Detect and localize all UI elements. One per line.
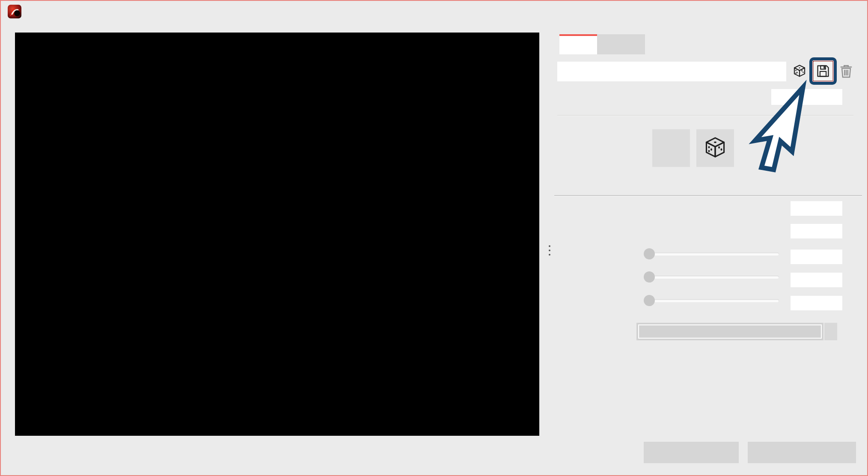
splitter-handle[interactable]: [547, 241, 552, 260]
rotations-x-ticks: [648, 282, 775, 288]
rotations-x-field[interactable]: [791, 273, 842, 287]
dice-icon: [792, 62, 807, 80]
randomize-settings-button[interactable]: [696, 129, 734, 167]
rotations-x-slider[interactable]: [644, 276, 779, 279]
separator: [557, 115, 853, 116]
cancel-button[interactable]: [748, 442, 856, 463]
background-color-picker[interactable]: [636, 323, 823, 340]
shading-slider-handle[interactable]: [644, 248, 655, 259]
background-color-dropdown[interactable]: [824, 323, 837, 340]
rotations-y-slider[interactable]: [644, 299, 779, 302]
ok-button[interactable]: [644, 442, 739, 463]
shading-field[interactable]: [791, 250, 842, 264]
save-transition-button[interactable]: [813, 61, 833, 81]
tab-fade-out[interactable]: [597, 34, 645, 54]
shading-slider[interactable]: [644, 253, 779, 256]
save-icon: [816, 64, 830, 78]
random-transition-button[interactable]: [652, 129, 690, 167]
trash-icon: [839, 63, 853, 79]
dice-icon: [703, 135, 728, 160]
rotations-y-ticks: [648, 305, 775, 311]
rotations-y-slider-handle[interactable]: [644, 295, 655, 306]
settings-underline: [554, 195, 862, 196]
transition-preview: [15, 33, 539, 436]
columns-field[interactable]: [791, 201, 842, 216]
shading-ticks: [648, 259, 775, 265]
tab-fade-in[interactable]: [559, 34, 597, 54]
app-icon: [8, 5, 21, 18]
delete-transition-button[interactable]: [836, 61, 856, 81]
background-color-swatch: [638, 324, 822, 339]
rotations-y-field[interactable]: [791, 296, 842, 310]
lines-field[interactable]: [791, 224, 842, 238]
transitions-dialog: [0, 0, 868, 476]
duration-field[interactable]: [771, 89, 842, 105]
transition-select[interactable]: [557, 62, 786, 81]
rotations-x-slider-handle[interactable]: [644, 271, 655, 283]
randomize-transition-button[interactable]: [790, 61, 809, 81]
titlebar: [1, 1, 867, 22]
